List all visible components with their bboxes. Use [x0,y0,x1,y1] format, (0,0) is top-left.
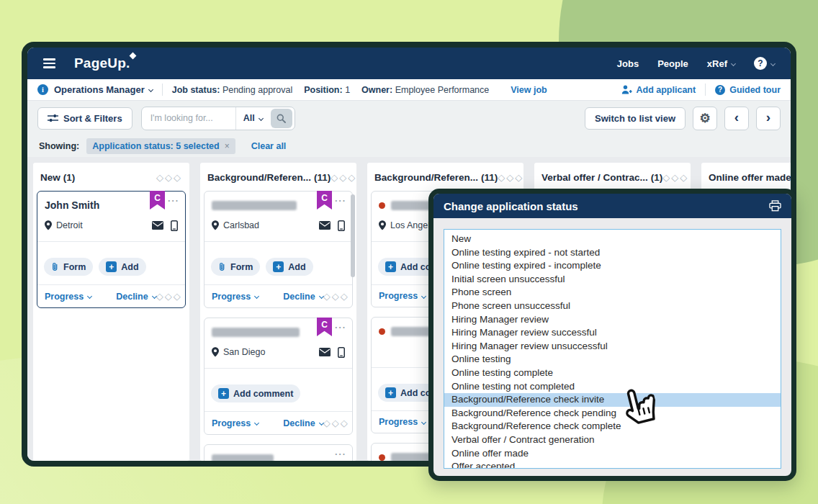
candidate-card[interactable]: C ⋯ Carlsbad [204,191,353,308]
status-option[interactable]: Verbal offer / Contract generation [444,433,781,447]
candidate-card[interactable]: ⋯ [204,444,353,461]
more-options-icon[interactable]: ⋯ [334,447,346,461]
candidate-location: San Diego [223,347,265,357]
chevron-down-icon[interactable] [148,87,153,92]
hamburger-menu-icon[interactable] [43,58,55,68]
filter-chip[interactable]: Application status: 5 selected × [86,138,235,154]
status-option[interactable]: Online testing not completed [444,380,781,394]
status-option-selected[interactable]: Background/Reference check invite [444,393,781,407]
add-comment-button[interactable]: + Add comment [211,384,300,402]
search-button[interactable] [271,109,292,128]
status-option[interactable]: Initial screen unsuccessful [444,273,781,287]
sort-filters-label: Sort & Filters [63,113,122,124]
toolbar: Sort & Filters All Switch to list view ⚙… [27,101,791,135]
sliders-icon [48,114,58,122]
phone-icon[interactable] [338,347,345,358]
column-title: New [40,172,60,183]
candidate-card[interactable]: C ⋯ John Smith Detroit [37,191,186,308]
form-button[interactable]: Form [211,258,260,276]
progress-dropdown[interactable]: Progress [379,291,426,301]
add-button[interactable]: + Add [266,258,313,276]
showing-label: Showing: [39,141,79,151]
status-option[interactable]: Background/Reference check complete [444,420,781,433]
prev-button[interactable]: ‹ [724,107,749,130]
add-applicant-label: Add applicant [637,85,696,95]
pageup-logo-text: PageUp. [74,55,130,71]
settings-button[interactable]: ⚙ [693,107,717,130]
column-count: (11) [314,172,331,183]
email-icon[interactable] [152,221,163,230]
candidate-card[interactable]: C ⋯ San Diego [204,318,353,435]
next-button[interactable]: › [756,107,781,130]
search-input[interactable] [142,113,235,123]
decline-dropdown[interactable]: Decline [283,292,323,302]
column-count: (1) [651,172,663,183]
person-plus-icon [621,85,632,94]
candidate-location: Carlsbad [223,220,259,230]
status-option[interactable]: New [444,233,781,246]
status-option[interactable]: Hiring Manager review successful [444,326,781,340]
nav-item-people[interactable]: People [657,58,688,69]
sort-filters-button[interactable]: Sort & Filters [37,107,132,130]
status-option[interactable]: Phone screen unsuccessful [444,300,781,313]
guided-tour-button[interactable]: ? Guided tour [715,85,781,95]
more-options-icon[interactable]: ⋯ [334,194,346,207]
chevron-down-icon [87,294,92,299]
view-job-link[interactable]: View job [511,85,547,95]
nav-item-xref[interactable]: xRef [707,58,735,69]
email-icon[interactable] [319,221,331,230]
status-option[interactable]: Offer accepted [444,460,781,469]
add-comment-label: Add comment [233,389,293,399]
nav-item-jobs[interactable]: Jobs [617,58,639,69]
add-applicant-button[interactable]: Add applicant [621,85,696,95]
search-scope-dropdown[interactable]: All [236,113,270,123]
decline-dropdown[interactable]: Decline [116,292,156,302]
job-title[interactable]: Operations Manager [54,84,145,95]
candidate-name-blurred [212,328,300,337]
progress-dropdown[interactable]: Progress [212,292,259,302]
status-option[interactable]: Online offer made [444,447,781,461]
column-scrollbar[interactable] [351,194,355,277]
switch-to-list-view-button[interactable]: Switch to list view [585,107,686,130]
rating-diamonds-icon: ◇◇◇ [323,418,349,428]
remove-filter-icon[interactable]: × [225,141,230,151]
progress-dropdown[interactable]: Progress [379,417,426,427]
add-label: Add [121,262,138,272]
status-option[interactable]: Online testing [444,353,781,366]
add-button[interactable]: + Add [99,258,145,276]
decline-dropdown[interactable]: Decline [283,418,323,428]
clear-all-link[interactable]: Clear all [251,141,287,151]
status-option[interactable]: Background/Reference check pending [444,407,781,420]
candidate-name[interactable]: John Smith [45,199,99,211]
chevron-left-icon: ‹ [734,109,739,125]
status-option[interactable]: Online testing complete [444,366,781,380]
progress-dropdown[interactable]: Progress [212,418,259,428]
status-option[interactable]: Hiring Manager review [444,313,781,327]
location-pin-icon [379,220,386,230]
email-icon[interactable] [319,348,331,356]
status-option[interactable]: Online testing expired - incomplete [444,259,781,273]
rating-diamonds-icon: ◇◇◇ [156,291,182,302]
location-pin-icon [45,220,52,230]
help-menu[interactable]: ? [754,57,775,70]
status-option[interactable]: Online testing expired - not started [444,246,781,260]
column-header: New (1) ◇◇◇ [33,163,189,191]
nav-item-xref-label: xRef [707,58,727,69]
more-options-icon[interactable]: ⋯ [167,194,179,207]
status-dot-icon [379,328,385,335]
phone-icon[interactable] [338,220,345,231]
form-button[interactable]: Form [44,258,93,276]
more-options-icon[interactable]: ⋯ [334,320,346,334]
rating-diamonds-icon: ◇◇◇ [331,172,356,183]
progress-dropdown[interactable]: Progress [45,292,91,302]
add-label: Add [288,262,305,272]
column-header: Verbal offer / Contrac... (1) ◇◇◇ [534,163,691,191]
filter-chip-label: Application status: 5 selected [92,141,219,151]
status-dot-icon [379,202,385,209]
paperclip-icon [51,262,59,271]
status-option[interactable]: Phone screen [444,286,781,300]
column-new: New (1) ◇◇◇ C ⋯ John Smith Detroit [33,163,189,461]
status-option[interactable]: Hiring Manager review unsuccessful [444,340,781,354]
phone-icon[interactable] [171,220,178,231]
print-icon[interactable] [769,200,781,212]
